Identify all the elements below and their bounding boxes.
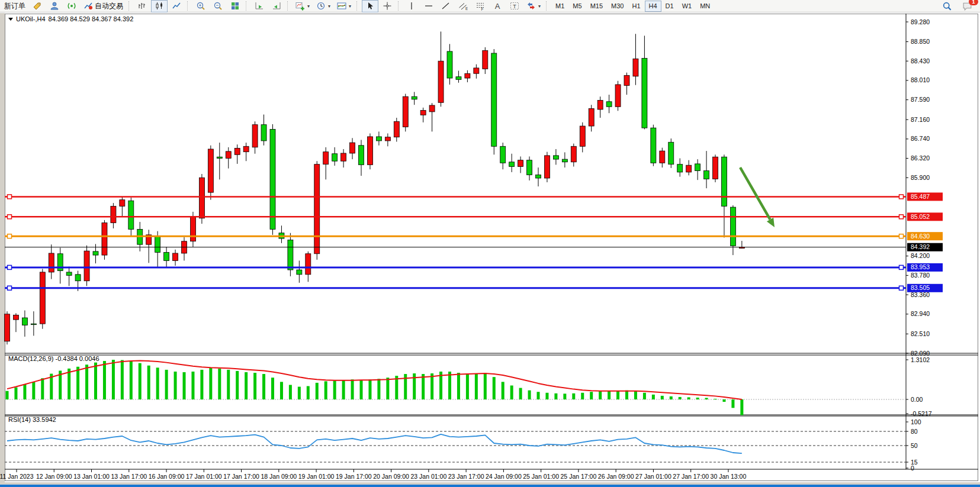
candle: [93, 251, 98, 255]
candle: [261, 125, 266, 141]
candle: [527, 160, 532, 175]
hline-anchor[interactable]: [8, 195, 12, 199]
candle: [128, 201, 134, 229]
svg-text:25 Jan 01:00: 25 Jan 01:00: [523, 473, 559, 480]
hline-anchor[interactable]: [899, 265, 904, 269]
candle: [40, 272, 45, 324]
candle: [438, 61, 444, 102]
svg-text:83.780: 83.780: [911, 272, 930, 279]
candle: [75, 275, 81, 281]
candle: [615, 85, 621, 107]
chart-canvas[interactable]: 89.28088.85088.43088.01087.59087.16086.7…: [0, 0, 980, 487]
candle: [234, 148, 240, 154]
candle: [314, 165, 320, 254]
svg-text:20 Jan 09:00: 20 Jan 09:00: [373, 473, 409, 480]
candle: [323, 152, 329, 165]
rsi-name: RSI(14): [8, 416, 31, 423]
candle: [465, 73, 470, 78]
hline-anchor[interactable]: [899, 215, 904, 219]
svg-text:85.052: 85.052: [911, 213, 930, 220]
svg-text:13 Jan 01:00: 13 Jan 01:00: [73, 473, 110, 480]
candle: [429, 105, 435, 112]
candle: [243, 146, 249, 151]
candle: [633, 59, 638, 76]
candle: [491, 53, 497, 146]
candle: [500, 146, 506, 163]
hline-anchor[interactable]: [899, 286, 904, 290]
candle: [456, 77, 461, 80]
svg-text:100: 100: [911, 418, 921, 425]
candle: [420, 111, 426, 115]
candle: [483, 50, 488, 69]
macd-values: -0.4384 0.0046: [55, 355, 99, 362]
candle: [385, 137, 390, 141]
svg-text:1.3102: 1.3102: [911, 356, 930, 363]
candle: [102, 223, 107, 256]
hline-anchor[interactable]: [8, 265, 12, 269]
candle: [597, 100, 603, 109]
candle: [447, 51, 452, 78]
candle: [306, 254, 311, 275]
svg-text:84.630: 84.630: [911, 233, 930, 240]
candle: [509, 162, 515, 167]
svg-text:12 Jan 09:00: 12 Jan 09:00: [36, 473, 72, 480]
candle: [660, 151, 665, 163]
candle: [155, 236, 160, 252]
hline-anchor[interactable]: [8, 234, 12, 238]
candle: [270, 129, 275, 229]
candle: [704, 171, 709, 179]
candle: [252, 125, 258, 147]
candle: [695, 164, 701, 171]
candle: [412, 96, 417, 99]
candle: [66, 272, 72, 275]
candle: [341, 153, 346, 161]
candle: [350, 143, 355, 153]
candle: [580, 126, 585, 146]
svg-text:19 Jan 01:00: 19 Jan 01:00: [298, 473, 335, 480]
hline-anchor[interactable]: [899, 195, 904, 199]
hline-anchor[interactable]: [8, 215, 12, 219]
candle: [536, 175, 541, 178]
svg-text:11 Jan 2023: 11 Jan 2023: [0, 473, 34, 480]
symbol-dropdown-icon[interactable]: [8, 18, 13, 21]
svg-text:88.430: 88.430: [911, 57, 930, 64]
candle: [164, 252, 169, 260]
svg-text:87.160: 87.160: [911, 116, 930, 123]
candle: [190, 217, 195, 241]
svg-text:80: 80: [911, 428, 918, 435]
svg-text:82.510: 82.510: [911, 330, 930, 337]
svg-text:23 Jan 17:00: 23 Jan 17:00: [448, 473, 484, 480]
candle: [562, 159, 567, 162]
symbol-period-label: UKOil-,H4: [16, 15, 46, 22]
candle: [359, 146, 364, 165]
svg-text:85.487: 85.487: [911, 193, 930, 200]
svg-text:27 Jan 17:00: 27 Jan 17:00: [673, 473, 709, 480]
candle: [111, 207, 116, 223]
macd-indicator-label: MACD(12,26,9) -0.4384 0.0046: [8, 355, 99, 362]
taskbar-edge: [0, 485, 980, 487]
candle: [721, 157, 727, 206]
svg-text:0.00: 0.00: [911, 396, 923, 403]
svg-text:86.740: 86.740: [911, 135, 930, 142]
hline-anchor[interactable]: [899, 234, 904, 238]
window-left-edge: [0, 13, 5, 485]
svg-text:83.953: 83.953: [911, 263, 930, 270]
candle: [606, 102, 612, 107]
candle: [589, 108, 594, 126]
svg-text:0: 0: [911, 465, 914, 472]
candle: [217, 157, 222, 158]
candle: [553, 156, 558, 159]
candle: [474, 68, 479, 73]
candle: [403, 96, 408, 127]
svg-text:82.940: 82.940: [911, 310, 930, 317]
chart-title: UKOil-,H4 84.369 84.529 84.367 84.392: [8, 15, 133, 22]
candle: [730, 207, 735, 246]
candle: [22, 318, 27, 325]
hline-anchor[interactable]: [8, 286, 12, 290]
svg-text:26 Jan 09:00: 26 Jan 09:00: [598, 473, 634, 480]
candle: [31, 324, 36, 325]
svg-text:87.590: 87.590: [911, 96, 930, 103]
candle: [518, 160, 523, 167]
candle: [5, 314, 10, 341]
svg-text:-0.5217: -0.5217: [911, 410, 932, 417]
